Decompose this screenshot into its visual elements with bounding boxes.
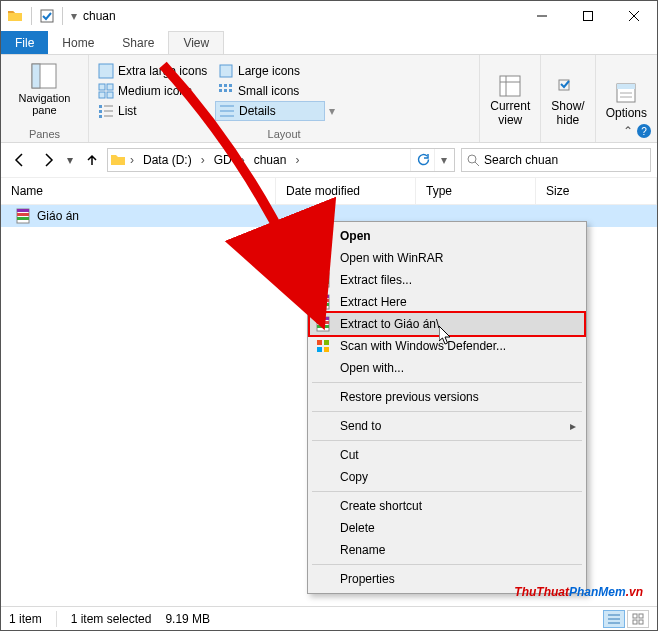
layout-small[interactable]: Small icons (215, 81, 325, 101)
column-name[interactable]: Name (1, 178, 276, 204)
folder-icon (7, 8, 23, 24)
ctx-delete[interactable]: Delete (310, 517, 584, 539)
ctx-create-shortcut[interactable]: Create shortcut (310, 495, 584, 517)
svg-rect-30 (317, 255, 329, 258)
svg-rect-37 (317, 295, 329, 298)
svg-rect-41 (317, 317, 329, 320)
column-size[interactable]: Size (536, 178, 657, 204)
ribbon-tabs: File Home Share View (1, 31, 657, 55)
svg-rect-18 (99, 115, 102, 118)
ctx-copy[interactable]: Copy (310, 466, 584, 488)
svg-rect-35 (317, 281, 329, 284)
ctx-extract-files[interactable]: Extract files... (310, 269, 584, 291)
status-item-count: 1 item (9, 612, 42, 626)
maximize-button[interactable] (565, 1, 611, 31)
refresh-icon[interactable] (410, 149, 434, 171)
defender-icon (314, 338, 332, 354)
layout-list[interactable]: List (95, 101, 215, 121)
minimize-button[interactable] (519, 1, 565, 31)
svg-rect-50 (633, 620, 637, 624)
collapse-ribbon-icon[interactable]: ⌃ (623, 124, 633, 138)
svg-rect-51 (639, 620, 643, 624)
svg-rect-26 (17, 213, 29, 216)
svg-rect-14 (224, 89, 227, 92)
svg-rect-13 (219, 89, 222, 92)
svg-rect-0 (41, 10, 53, 22)
ctx-extract-here[interactable]: Extract Here (310, 291, 584, 313)
svg-rect-4 (99, 64, 113, 78)
svg-rect-15 (229, 89, 232, 92)
rar-file-icon (15, 208, 31, 224)
ctx-scan-defender[interactable]: Scan with Windows Defender... (310, 335, 584, 357)
forward-button (35, 147, 61, 173)
svg-rect-27 (17, 217, 29, 220)
svg-rect-25 (17, 209, 29, 212)
current-view-button[interactable]: Current view (480, 55, 541, 142)
qat-dropdown-icon[interactable]: ▾ (71, 9, 77, 23)
ctx-open[interactable]: Open (310, 225, 584, 247)
svg-rect-9 (107, 92, 113, 98)
ctx-restore[interactable]: Restore previous versions (310, 386, 584, 408)
help-icon[interactable]: ? (637, 124, 651, 138)
folder-icon (110, 152, 126, 168)
search-input[interactable]: Search chuan (461, 148, 651, 172)
back-button[interactable] (7, 147, 33, 173)
svg-rect-39 (317, 303, 329, 306)
view-thumbnails-button[interactable] (627, 610, 649, 628)
address-dropdown-icon[interactable]: ▾ (434, 149, 452, 171)
layout-medium[interactable]: Medium icons (95, 81, 215, 101)
show-hide-button[interactable]: Show/ hide (541, 55, 595, 142)
ribbon-group-panes: Navigation pane Panes (1, 55, 89, 142)
ctx-cut[interactable]: Cut (310, 444, 584, 466)
svg-rect-44 (317, 340, 322, 345)
svg-rect-43 (317, 325, 329, 328)
winrar-icon (314, 294, 332, 310)
search-icon (466, 153, 480, 167)
chevron-right-icon: ▸ (570, 419, 576, 433)
svg-rect-19 (500, 76, 520, 96)
view-details-button[interactable] (603, 610, 625, 628)
ctx-rename[interactable]: Rename (310, 539, 584, 561)
tab-view[interactable]: View (168, 31, 224, 54)
winrar-icon (314, 272, 332, 288)
navigation-pane-button[interactable]: Navigation pane (19, 58, 71, 116)
svg-rect-34 (317, 277, 329, 280)
ribbon: Navigation pane Panes Extra large icons … (1, 55, 657, 143)
address-bar[interactable]: › Data (D:)› GD› chuan› ▾ (107, 148, 455, 172)
svg-rect-31 (317, 259, 329, 262)
ctx-send-to[interactable]: Send to▸ (310, 415, 584, 437)
nav-row: ▾ › Data (D:)› GD› chuan› ▾ Search chuan (1, 143, 657, 177)
svg-rect-7 (107, 84, 113, 90)
column-type[interactable]: Type (416, 178, 536, 204)
up-button[interactable] (79, 147, 105, 173)
tab-home[interactable]: Home (48, 31, 108, 54)
svg-rect-38 (317, 299, 329, 302)
winrar-icon (314, 316, 332, 332)
layout-large[interactable]: Large icons (215, 61, 325, 81)
recent-dropdown[interactable]: ▾ (63, 147, 77, 173)
title-bar: ▾ chuan (1, 1, 657, 31)
file-name: Giáo án (37, 209, 79, 223)
svg-rect-3 (32, 64, 40, 88)
svg-rect-33 (317, 273, 329, 276)
svg-rect-49 (639, 614, 643, 618)
svg-rect-47 (324, 347, 329, 352)
layout-extra-large[interactable]: Extra large icons (95, 61, 215, 81)
ctx-open-winrar[interactable]: Open with WinRAR (310, 247, 584, 269)
tab-file[interactable]: File (1, 31, 48, 54)
svg-rect-45 (324, 340, 329, 345)
svg-rect-22 (617, 84, 635, 89)
ctx-open-with[interactable]: Open with... (310, 357, 584, 379)
svg-rect-8 (99, 92, 105, 98)
column-date[interactable]: Date modified (276, 178, 416, 204)
ribbon-group-layout: Extra large icons Large icons Medium ico… (89, 55, 480, 142)
close-button[interactable] (611, 1, 657, 31)
ctx-extract-to[interactable]: Extract to Giáo án\ (310, 313, 584, 335)
layout-details[interactable]: Details (215, 101, 325, 121)
qat-checkbox-icon[interactable] (40, 9, 54, 23)
svg-rect-12 (229, 84, 232, 87)
svg-rect-17 (99, 110, 102, 113)
tab-share[interactable]: Share (108, 31, 168, 54)
svg-rect-46 (317, 347, 322, 352)
svg-point-23 (468, 155, 476, 163)
